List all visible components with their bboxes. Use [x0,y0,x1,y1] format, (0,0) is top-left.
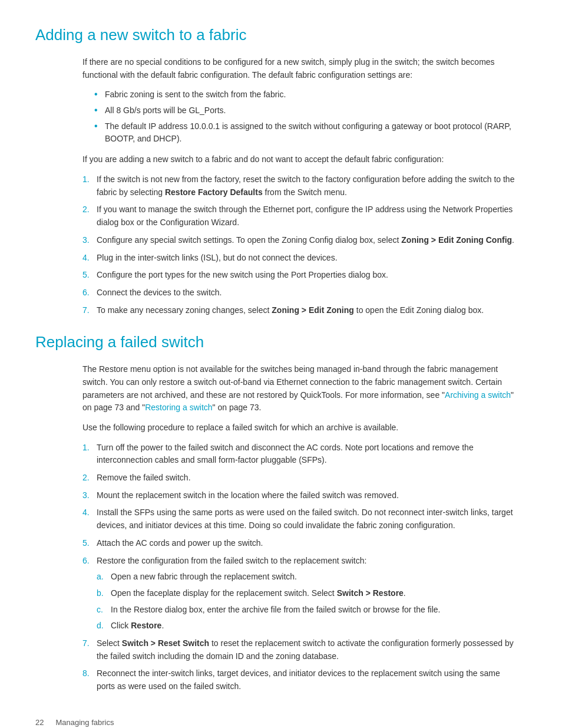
section2-title: Replacing a failed switch [35,331,527,354]
step-s7: Select Switch > Reset Switch to reset th… [82,637,515,663]
step-4: Plug in the inter-switch links (ISL), bu… [82,252,515,265]
sub-step-b: Open the faceplate display for the repla… [97,587,515,600]
step-s3: Mount the replacement switch in the loca… [82,489,515,502]
section1-intro: If there are no special conditions to be… [82,56,515,81]
section1-steps: If the switch is not new from the factor… [82,173,515,317]
archiving-link[interactable]: Archiving a switch [445,390,511,400]
page: Adding a new switch to a fabric If there… [0,0,562,728]
footer: 22 Managing fabrics [35,717,527,728]
section2-steps: Turn off the power to the failed switch … [82,442,515,693]
step-6: Connect the devices to the switch. [82,286,515,299]
section2: Replacing a failed switch The Restore me… [35,331,527,693]
sub-step-a: Open a new fabric through the replacemen… [97,571,515,584]
step-2: If you want to manage the switch through… [82,203,515,229]
section1-content: If there are no special conditions to be… [82,56,515,317]
step-s4: Install the SFPs using the same ports as… [82,506,515,532]
step-1: If the switch is not new from the factor… [82,173,515,199]
step-3: Configure any special switch settings. T… [82,234,515,247]
step-s5: Attach the AC cords and power up the swi… [82,537,515,550]
section2-intro2: Use the following procedure to replace a… [82,421,515,434]
footer-label: Managing fabrics [55,717,114,728]
sub-step-c: In the Restore dialog box, enter the arc… [97,604,515,617]
section1-conditional-intro: If you are adding a new switch to a fabr… [82,153,515,166]
sub-step-d: Click Restore. [97,620,515,633]
step-s6: Restore the configuration from the faile… [82,555,515,633]
step-5: Configure the port types for the new swi… [82,269,515,282]
step-s1: Turn off the power to the failed switch … [82,442,515,467]
section1-bullet-list: Fabric zoning is sent to the switch from… [94,88,515,145]
page-number: 22 [35,717,44,728]
list-item: The default IP address 10.0.0.1 is assig… [94,120,515,145]
sub-steps: Open a new fabric through the replacemen… [97,571,515,633]
section2-content: The Restore menu option is not available… [82,363,515,693]
list-item: Fabric zoning is sent to the switch from… [94,88,515,101]
step-s8: Reconnect the inter-switch links, target… [82,667,515,693]
list-item: All 8 Gb/s ports will be GL_Ports. [94,104,515,117]
restoring-link[interactable]: Restoring a switch [145,403,212,412]
step-7: To make any necessary zoning changes, se… [82,304,515,317]
section1-title: Adding a new switch to a fabric [35,24,527,47]
step-s2: Remove the failed switch. [82,472,515,485]
section2-intro1: The Restore menu option is not available… [82,363,515,414]
